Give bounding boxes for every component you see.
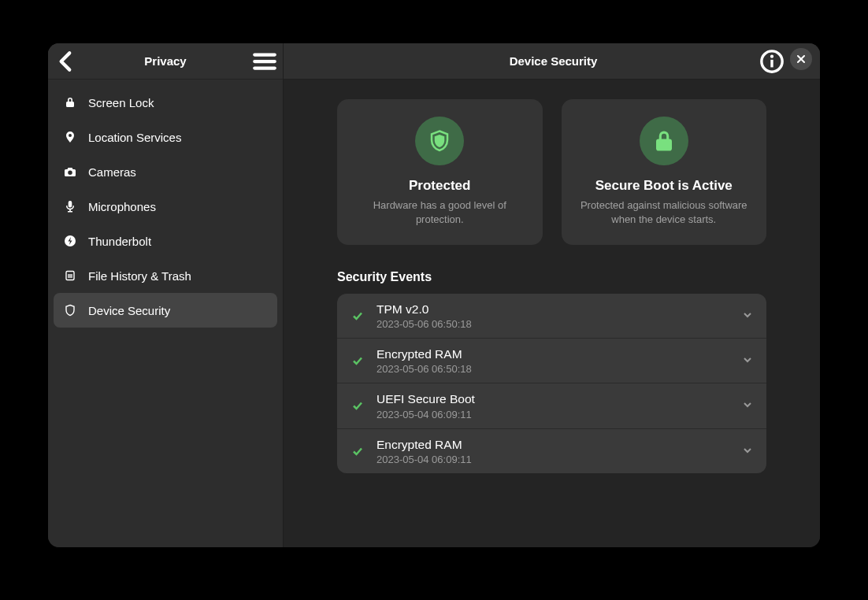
sidebar-item-file-history-trash[interactable]: File History & Trash	[54, 258, 277, 293]
chevron-down-icon	[743, 309, 752, 323]
location-icon	[63, 130, 77, 144]
sidebar-item-device-security[interactable]: Device Security	[54, 293, 277, 328]
sidebar-item-thunderbolt[interactable]: Thunderbolt	[54, 224, 277, 258]
event-timestamp: 2023-05-06 06:50:18	[377, 363, 730, 375]
check-icon	[351, 310, 364, 321]
sidebar-list: Screen LockLocation ServicesCamerasMicro…	[48, 80, 283, 333]
info-icon	[759, 48, 785, 75]
sidebar-item-location-services[interactable]: Location Services	[54, 120, 277, 154]
card-title: Protected	[409, 178, 470, 194]
event-name: Encrypted RAM	[377, 346, 730, 362]
event-name: TPM v2.0	[377, 302, 730, 317]
chevron-down-icon	[743, 444, 752, 458]
sidebar-item-label: Location Services	[88, 131, 181, 144]
camera-icon	[63, 165, 77, 179]
chevron-left-icon	[53, 48, 80, 75]
event-timestamp: 2023-05-06 06:50:18	[377, 318, 730, 330]
sidebar-item-microphones[interactable]: Microphones	[54, 189, 277, 224]
info-button[interactable]	[759, 48, 785, 75]
main-body: ProtectedHardware has a good level of pr…	[284, 80, 820, 497]
event-name: UEFI Secure Boot	[377, 391, 730, 407]
chevron-down-icon	[743, 398, 752, 413]
shield-badge-icon	[415, 117, 464, 165]
sidebar-item-label: Screen Lock	[88, 96, 154, 109]
trash-icon	[63, 269, 77, 283]
sidebar-item-label: Microphones	[88, 200, 156, 213]
lock-icon	[63, 95, 77, 109]
microphone-icon	[63, 199, 77, 213]
hamburger-icon	[251, 48, 278, 75]
sidebar-item-screen-lock[interactable]: Screen Lock	[54, 85, 277, 120]
sidebar-title: Privacy	[80, 54, 251, 68]
card-title: Secure Boot is Active	[595, 178, 733, 194]
event-timestamp: 2023-05-04 06:09:11	[377, 409, 730, 420]
event-timestamp: 2023-05-04 06:09:11	[377, 454, 730, 465]
card-description: Protected against malicious software whe…	[577, 198, 751, 226]
back-button[interactable]	[53, 48, 80, 75]
security-event-row[interactable]: Encrypted RAM2023-05-06 06:50:18	[337, 339, 766, 383]
close-button[interactable]	[790, 48, 812, 70]
shield-icon	[63, 303, 77, 317]
page-title: Device Security	[348, 54, 759, 68]
chevron-down-icon	[743, 354, 752, 368]
security-event-row[interactable]: TPM v2.02023-05-06 06:50:18	[337, 294, 766, 339]
thunderbolt-icon	[63, 234, 77, 248]
hamburger-menu-button[interactable]	[251, 48, 278, 75]
status-card-secure-boot-is-active: Secure Boot is ActiveProtected against m…	[562, 99, 767, 245]
sidebar-item-label: Cameras	[88, 165, 136, 179]
sidebar-item-label: Thunderbolt	[88, 235, 151, 248]
check-icon	[351, 400, 364, 411]
event-name: Encrypted RAM	[377, 437, 730, 453]
sidebar-item-label: Device Security	[88, 304, 170, 317]
close-icon	[796, 54, 806, 64]
security-event-row[interactable]: Encrypted RAM2023-05-04 06:09:11	[337, 429, 766, 473]
sidebar: Privacy Screen LockLocation ServicesCame…	[48, 43, 284, 547]
status-cards: ProtectedHardware has a good level of pr…	[337, 99, 766, 245]
security-events-list: TPM v2.02023-05-06 06:50:18Encrypted RAM…	[337, 294, 766, 473]
security-events-title: Security Events	[337, 270, 766, 284]
main-panel: Device Security ProtectedHardware has a …	[284, 43, 820, 547]
header-actions	[759, 48, 812, 75]
card-description: Hardware has a good level of protection.	[353, 198, 527, 226]
svg-point-3	[770, 54, 773, 57]
sidebar-item-cameras[interactable]: Cameras	[54, 154, 277, 189]
check-icon	[351, 355, 364, 366]
check-icon	[351, 446, 364, 457]
sidebar-item-label: File History & Trash	[88, 269, 191, 283]
main-header: Device Security	[284, 43, 820, 80]
security-event-row[interactable]: UEFI Secure Boot2023-05-04 06:09:11	[337, 383, 766, 428]
svg-rect-4	[770, 59, 773, 67]
sidebar-header: Privacy	[48, 43, 283, 80]
lock-badge-icon	[640, 117, 688, 165]
status-card-protected: ProtectedHardware has a good level of pr…	[337, 99, 543, 245]
settings-window: Privacy Screen LockLocation ServicesCame…	[48, 43, 820, 547]
